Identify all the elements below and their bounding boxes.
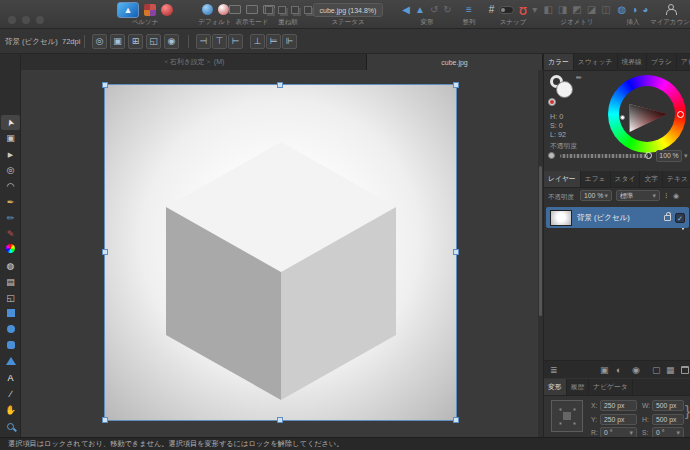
vector-crop-tool[interactable]: ◱ xyxy=(1,291,20,306)
geometry-add-icon[interactable]: ◧ xyxy=(543,4,552,16)
transparency-tool[interactable]: ◍ xyxy=(1,259,20,274)
rotate-ccw-icon[interactable]: ↺ xyxy=(430,4,438,16)
vector-brush-tool[interactable]: ✎ xyxy=(1,227,20,242)
fill-swatch[interactable] xyxy=(556,81,573,98)
point-transform-tool[interactable]: ◎ xyxy=(1,163,20,178)
minimize-window-icon[interactable] xyxy=(22,16,30,24)
link-dimensions-brace[interactable]: } xyxy=(685,402,690,419)
selection-handle-se[interactable] xyxy=(453,417,459,423)
adjustment-layer-icon[interactable]: ◐ xyxy=(616,364,621,376)
designer-persona-icon[interactable]: ▲ xyxy=(117,2,139,18)
selection-handle-ne[interactable] xyxy=(453,82,459,88)
opacity-slider-track[interactable] xyxy=(560,154,648,158)
artistic-text-tool[interactable]: A xyxy=(1,371,20,386)
view-mode-vector-icon[interactable] xyxy=(229,5,241,14)
fill-tool[interactable] xyxy=(1,243,20,258)
tab-brushes[interactable]: ブラシ xyxy=(647,54,677,70)
w-field[interactable]: 500 px xyxy=(652,400,684,411)
selection-handle-e[interactable] xyxy=(453,249,459,255)
tab-swatches[interactable]: スウォッチ xyxy=(574,54,618,70)
tab-transform[interactable]: 変形 xyxy=(544,379,567,395)
layers-opacity-dropdown[interactable]: 100 %▾ xyxy=(580,190,612,201)
tab-color[interactable]: カラー xyxy=(544,54,574,70)
cycle-selection-box-button[interactable]: ◎ xyxy=(92,34,107,49)
move-backward-icon[interactable] xyxy=(291,6,299,14)
hue-wheel[interactable] xyxy=(608,75,686,153)
delete-layer-icon[interactable] xyxy=(681,366,689,374)
canvas-viewport[interactable] xyxy=(21,70,543,437)
document-tab-secondary[interactable]: ＜右利き設定＞ (M) xyxy=(21,54,367,70)
tab-character[interactable]: 文字 xyxy=(640,171,663,187)
close-window-icon[interactable] xyxy=(8,16,16,24)
blend-mode-dropdown[interactable]: 標準▾ xyxy=(616,190,660,201)
rectangle-tool[interactable] xyxy=(1,307,20,322)
export-persona-icon[interactable] xyxy=(161,4,173,16)
snap-toggle[interactable] xyxy=(499,6,514,14)
align-center-h-button[interactable]: ⊤ xyxy=(212,34,227,49)
tab-appearance[interactable]: アピアランス xyxy=(677,54,690,70)
align-top-button[interactable]: ⊥ xyxy=(250,34,265,49)
snap-grid-icon[interactable]: # xyxy=(489,4,495,16)
pencil-tool[interactable]: ✏ xyxy=(1,211,20,226)
edit-color-pencil-icon[interactable]: ✏ xyxy=(576,74,582,82)
show-bounds-button[interactable]: ▣ xyxy=(110,34,125,49)
selection-handle-w[interactable] xyxy=(102,249,108,255)
snap-options-chevron-icon[interactable]: ▾ xyxy=(532,4,537,16)
layer-row-background[interactable]: 背景 (ピクセル) ✓ xyxy=(546,207,689,228)
document-cube-image[interactable] xyxy=(105,85,456,420)
selection-handle-sw[interactable] xyxy=(102,417,108,423)
insert-behind-icon[interactable]: ◑ xyxy=(631,4,637,16)
layer-visibility-checkbox[interactable]: ✓ xyxy=(675,213,685,223)
h-field[interactable]: 500 px xyxy=(652,414,684,425)
selection-handle-s[interactable] xyxy=(277,417,283,423)
sync-defaults-icon[interactable] xyxy=(202,4,213,15)
opacity-value-box[interactable]: 100 % xyxy=(656,150,682,162)
layer-effects-icon[interactable]: ◉ xyxy=(632,364,640,376)
transform-objects-separately-button[interactable]: ⊞ xyxy=(128,34,143,49)
insert-inside-icon[interactable]: ◍ xyxy=(618,4,627,16)
selection-handle-nw[interactable] xyxy=(102,82,108,88)
view-tool[interactable]: ✋ xyxy=(1,403,20,418)
zoom-tool[interactable] xyxy=(1,419,20,434)
flip-vertical-icon[interactable]: ▲ xyxy=(415,4,425,16)
node-tool[interactable]: ▶ xyxy=(1,147,20,162)
shape-tool[interactable] xyxy=(1,355,20,370)
color-picker-tool[interactable]: ∕ xyxy=(1,387,20,402)
corner-tool[interactable]: ◠ xyxy=(1,179,20,194)
x-field[interactable]: 250 px xyxy=(600,400,637,411)
move-tool[interactable]: ➤ xyxy=(1,115,20,130)
hue-selector[interactable] xyxy=(677,111,684,118)
ellipse-tool[interactable] xyxy=(1,323,20,338)
tab-history[interactable]: 履歴 xyxy=(567,379,590,395)
layer-lock-icon[interactable] xyxy=(664,215,671,221)
insert-on-top-icon[interactable]: ◕ xyxy=(642,4,648,16)
rounded-rectangle-tool[interactable] xyxy=(1,339,20,354)
tab-text-styles[interactable]: テキス xyxy=(663,171,690,187)
y-field[interactable]: 250 px xyxy=(600,414,637,425)
edit-all-layers-icon[interactable]: ◉ xyxy=(673,192,679,200)
opacity-slider-knob[interactable] xyxy=(645,152,652,159)
pen-tool[interactable]: ✒ xyxy=(1,195,20,210)
view-mode-pixel-icon[interactable] xyxy=(246,5,258,14)
opacity-stepper-icon[interactable]: ▾ xyxy=(684,152,688,160)
selection-handle-n[interactable] xyxy=(277,82,283,88)
artboard-tool[interactable]: ▣ xyxy=(1,131,20,146)
my-account-icon[interactable] xyxy=(665,4,676,15)
geometry-intersect-icon[interactable]: ◩ xyxy=(572,4,581,16)
tab-stroke[interactable]: 境界線 xyxy=(618,54,647,70)
tab-layers[interactable]: レイヤー xyxy=(544,171,581,187)
blend-options-icon[interactable]: ≣ xyxy=(550,364,558,376)
rotate-cw-icon[interactable]: ↻ xyxy=(443,4,451,16)
geometry-divide-icon[interactable]: ◪ xyxy=(587,4,596,16)
document-tab-cube[interactable]: cube.jpg xyxy=(367,54,543,70)
pixel-persona-icon[interactable] xyxy=(144,4,156,16)
tab-styles[interactable]: スタイ xyxy=(611,171,641,187)
place-image-tool[interactable]: ▤ xyxy=(1,275,20,290)
mask-layer-icon[interactable]: ▣ xyxy=(600,364,609,376)
alignment-icon[interactable]: ≡ xyxy=(466,4,472,16)
move-forward-icon[interactable] xyxy=(278,6,286,14)
align-bottom-button[interactable]: ⊩ xyxy=(282,34,297,49)
new-group-icon[interactable]: ▦ xyxy=(666,364,675,376)
align-middle-v-button[interactable]: ⊨ xyxy=(266,34,281,49)
geometry-subtract-icon[interactable]: ◨ xyxy=(558,4,567,16)
